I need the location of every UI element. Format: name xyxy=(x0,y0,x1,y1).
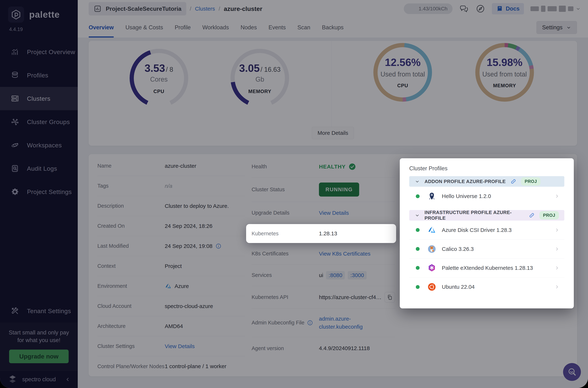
memory-unit: Gb xyxy=(255,76,264,83)
detail-row-environment: Environment Azure xyxy=(97,276,245,296)
row-value: Project xyxy=(165,263,182,269)
promo-line1: Start small and only pay xyxy=(4,329,73,337)
sidebar-item-label: Project Settings xyxy=(27,188,72,195)
memory-used-value: 3.05 xyxy=(239,62,260,74)
view-details-link[interactable]: View Details xyxy=(165,343,195,349)
k8s-certificates-link[interactable]: View K8s Certificates xyxy=(319,251,370,257)
brand-logo: palette xyxy=(0,0,78,24)
kubeconfig-file-link[interactable]: admin.azure-cluster.kubeconfig xyxy=(319,315,379,331)
tab-events[interactable]: Events xyxy=(269,18,286,38)
gear-icon xyxy=(11,187,19,196)
pack-name: Hello Universe 1.2.0 xyxy=(442,193,491,199)
detail-row-upgrade-details: Upgrade DetailsView Details xyxy=(251,202,395,224)
tab-usage-costs[interactable]: Usage & Costs xyxy=(125,18,163,38)
settings-button[interactable]: Settings xyxy=(536,21,577,34)
sidebar-item-audit-logs[interactable]: Audit Logs xyxy=(0,157,78,180)
compass-icon[interactable] xyxy=(475,4,485,14)
cpu-used-percent: 12.56% xyxy=(385,56,421,68)
profile-pack-azure-disk-csi-driver-1-28-3[interactable]: Azure Disk CSI Driver 1.28.3 xyxy=(409,220,564,240)
link-icon xyxy=(529,212,535,218)
detail-row-kubernetes-api: Kubernetes APIhttps://azure-cluster-cf42… xyxy=(251,286,395,309)
cpu-used-value: 3.53 xyxy=(145,62,165,74)
sidebar-item-clusters[interactable]: Clusters xyxy=(0,87,78,110)
row-label: Control Plane/Worker Nodes xyxy=(97,364,165,369)
chevron-down-icon xyxy=(566,25,571,30)
audit-doc-icon xyxy=(11,164,19,173)
tab-backups[interactable]: Backups xyxy=(322,18,343,38)
app-version: 4.4.19 xyxy=(0,26,78,32)
service-port-link[interactable]: :8080 xyxy=(326,271,345,279)
sidebar-item-tenant-settings[interactable]: Tenant Settings xyxy=(0,299,78,323)
row-value: 24 Sep 2024, 19:08 xyxy=(165,243,212,249)
service-name: ui xyxy=(319,272,323,278)
profile-pack-palette-extended-kubernetes-1-28-13[interactable]: Palette eXtended Kubernetes 1.28.13 xyxy=(409,259,564,277)
row-label: Architecture xyxy=(97,323,165,329)
pack-name: Calico 3.26.3 xyxy=(442,246,474,252)
sidebar-item-cluster-groups[interactable]: Cluster Groups xyxy=(0,110,78,134)
search-fab-button[interactable] xyxy=(563,363,581,381)
project-selector[interactable]: Project-ScaleSecureTutoria xyxy=(89,2,186,16)
pack-name: Ubuntu 22.04 xyxy=(442,284,475,290)
sidebar-item-project-settings[interactable]: Project Settings xyxy=(0,180,78,203)
breadcrumb-clusters-link[interactable]: Clusters xyxy=(195,6,215,12)
spectro-cloud-label: spectro cloud xyxy=(22,376,56,383)
detail-row-control-plane-worker-nodes: Control Plane/Worker Nodes 1 control-pla… xyxy=(97,356,245,376)
profile-pack-calico-3-26-3[interactable]: Calico 3.26.3 xyxy=(409,240,564,259)
info-icon xyxy=(215,243,222,249)
cluster-status-badge: RUNNING xyxy=(319,183,359,196)
promo-line2: for what you use! xyxy=(4,337,73,344)
row-label: Cluster Settings xyxy=(97,343,165,349)
more-details-button[interactable]: More Details xyxy=(312,127,354,139)
memory-gauge-label: MEMORY xyxy=(248,89,271,94)
sidebar-collapse-button[interactable] xyxy=(65,377,70,382)
sidebar-item-label: Cluster Groups xyxy=(27,118,70,125)
profile-pack-hello-universe-1-2-0[interactable]: Hello Universe 1.2.0 xyxy=(409,187,564,206)
profile-section-title: ADDON PROFILE AZURE-PROFILE xyxy=(425,179,506,184)
tab-workloads[interactable]: Workloads xyxy=(203,18,229,38)
sidebar-item-label: Clusters xyxy=(27,95,50,102)
row-value: AMD64 xyxy=(165,323,183,329)
header-actions: 1.43/100kCh xyxy=(404,3,581,14)
profile-pack-ubuntu-22-04[interactable]: Ubuntu 22.04 xyxy=(409,277,564,296)
detail-row-admin-kubeconfig-file: Admin Kubeconfig Fileadmin.azure-cluster… xyxy=(251,309,395,337)
row-label: Upgrade Details xyxy=(251,210,319,216)
upgrade-details-link[interactable]: View Details xyxy=(319,210,349,216)
cluster-profiles-title: Cluster Profiles xyxy=(409,165,564,172)
service-port-link[interactable]: :3000 xyxy=(348,271,366,279)
detail-row-architecture: Architecture AMD64 xyxy=(97,316,245,336)
app-window: palette 4.4.19 Project Overview Profiles… xyxy=(0,0,588,388)
user-account-redacted[interactable] xyxy=(530,6,581,12)
pxk-logo xyxy=(427,263,436,272)
details-right-column: HealthHEALTHYCluster StatusRUNNINGUpgrad… xyxy=(251,156,395,376)
copy-api-url-button[interactable] xyxy=(384,292,395,303)
sidebar-item-label: Profiles xyxy=(27,72,48,79)
cluster-profiles-sections: ADDON PROFILE AZURE-PROFILE PROJ Hello U… xyxy=(409,176,564,296)
tab-overview[interactable]: Overview xyxy=(89,18,114,38)
cluster-profiles-panel: Cluster Profiles ADDON PROFILE AZURE-PRO… xyxy=(400,158,574,308)
calico-logo xyxy=(427,244,436,254)
tab-nodes[interactable]: Nodes xyxy=(241,18,257,38)
tab-scan[interactable]: Scan xyxy=(297,18,310,38)
tools-icon xyxy=(11,307,19,315)
kubernetes-version: 1.28.13 xyxy=(319,230,337,237)
docs-button[interactable]: Docs xyxy=(492,3,524,14)
profile-section-header[interactable]: INFRASTRUCTURE PROFILE AZURE-PROFILE PRO… xyxy=(409,210,564,220)
row-label: Health xyxy=(251,164,319,170)
sidebar-item-workspaces[interactable]: Workspaces xyxy=(0,134,78,157)
chat-icon[interactable] xyxy=(459,4,469,14)
sidebar-item-project-overview[interactable]: Project Overview xyxy=(0,40,78,64)
memory-used-percent: 15.98% xyxy=(487,56,522,68)
detail-row-name: Name azure-cluster xyxy=(97,156,245,176)
profile-section-header[interactable]: ADDON PROFILE AZURE-PROFILE PROJ xyxy=(409,176,564,187)
status-dot xyxy=(416,247,420,251)
row-label: Last Modified xyxy=(97,243,165,249)
tab-profile[interactable]: Profile xyxy=(175,18,191,38)
layers-icon xyxy=(11,71,19,80)
sidebar-item-profiles[interactable]: Profiles xyxy=(0,64,78,87)
row-label: Name xyxy=(97,163,165,169)
usage-quota-pill: 1.43/100kCh xyxy=(404,3,452,14)
chevron-down-icon xyxy=(415,213,420,218)
upgrade-now-button[interactable]: Upgrade now xyxy=(9,350,69,363)
cluster-tabs: OverviewUsage & CostsProfileWorkloadsNod… xyxy=(78,18,588,38)
pack-name: Palette eXtended Kubernetes 1.28.13 xyxy=(442,265,533,271)
